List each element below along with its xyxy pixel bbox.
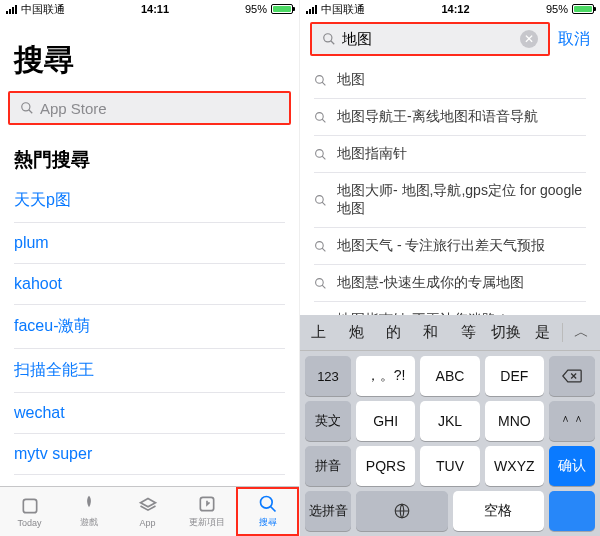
svg-point-16	[316, 241, 324, 249]
key-123[interactable]: 123	[305, 356, 351, 396]
battery-icon	[271, 4, 293, 14]
key-confirm[interactable]: 确认	[549, 446, 595, 486]
clock: 14:11	[65, 3, 245, 15]
svg-line-11	[322, 119, 325, 122]
suggestion-text: 地图慧-快速生成你的专属地图	[337, 274, 524, 292]
svg-point-14	[316, 195, 324, 203]
svg-line-19	[322, 285, 325, 288]
layers-icon	[138, 496, 158, 516]
search-icon	[314, 240, 327, 253]
suggestion-text: 地图大师- 地图,导航,gps定位 for google地图	[337, 182, 586, 218]
key-wxyz[interactable]: WXYZ	[485, 446, 544, 486]
suggestion-item[interactable]: 地图大师- 地图,导航,gps定位 for google地图	[314, 173, 586, 228]
candidate[interactable]: 切换	[487, 323, 524, 342]
key-space[interactable]: 空格	[453, 491, 545, 531]
key-tuv[interactable]: TUV	[420, 446, 479, 486]
search-icon	[322, 32, 336, 46]
svg-point-18	[316, 278, 324, 286]
screen-search-home: 中国联通 14:11 95% 搜尋 App Store 熱門搜尋 天天p图 pl…	[0, 0, 300, 536]
trending-item[interactable]: faceu-激萌	[14, 305, 285, 349]
tab-bar: Today 遊戲 App 更新項目 搜尋	[0, 486, 299, 536]
clear-icon[interactable]: ✕	[520, 30, 538, 48]
tab-games[interactable]: 遊戲	[59, 487, 118, 536]
key-english[interactable]: 英文	[305, 401, 351, 441]
key-pqrs[interactable]: PQRS	[356, 446, 415, 486]
svg-point-10	[316, 112, 324, 120]
status-bar: 中国联通 14:12 95%	[300, 0, 600, 18]
key-globe[interactable]	[356, 491, 448, 531]
svg-line-15	[322, 202, 325, 205]
trending-item[interactable]: wechat	[14, 393, 285, 434]
signal-icon	[306, 5, 317, 14]
screen-search-active: 中国联通 14:12 95% 地图 ✕ 取消 地图 地图导航王-离线地图和语音导…	[300, 0, 600, 536]
svg-rect-2	[23, 499, 36, 512]
candidate-bar: 上 炮 的 和 等 切换 是 ︿	[300, 315, 600, 351]
status-bar: 中国联通 14:11 95%	[0, 0, 299, 18]
keyboard: 上 炮 的 和 等 切换 是 ︿ 123 ，。?! ABC DEF 英文 GHI…	[300, 315, 600, 536]
svg-point-4	[260, 497, 272, 509]
search-field[interactable]: App Store	[8, 91, 291, 125]
key-punct[interactable]: ，。?!	[356, 356, 415, 396]
rocket-icon	[79, 494, 99, 514]
svg-point-12	[316, 149, 324, 157]
trending-item[interactable]: 扫描全能王	[14, 349, 285, 393]
search-icon	[258, 494, 278, 514]
tab-label: 更新項目	[189, 516, 225, 529]
cancel-button[interactable]: 取消	[558, 29, 590, 50]
key-pinyin[interactable]: 拼音	[305, 446, 351, 486]
trending-item[interactable]: mytv super	[14, 434, 285, 475]
search-value: 地图	[342, 30, 514, 49]
search-icon	[314, 111, 327, 124]
search-icon	[314, 277, 327, 290]
candidate[interactable]: 是	[524, 323, 561, 342]
key-mno[interactable]: MNO	[485, 401, 544, 441]
key-abc[interactable]: ABC	[420, 356, 479, 396]
suggestion-item[interactable]: 地图慧-快速生成你的专属地图	[314, 265, 586, 302]
trending-header: 熱門搜尋	[0, 125, 299, 179]
key-select-pinyin[interactable]: 选拼音	[305, 491, 351, 531]
candidate[interactable]: 等	[450, 323, 487, 342]
suggestion-item[interactable]: 地图天气 - 专注旅行出差天气预报	[314, 228, 586, 265]
candidate[interactable]: 的	[375, 323, 412, 342]
candidate[interactable]: 和	[412, 323, 449, 342]
search-field[interactable]: 地图 ✕	[310, 22, 550, 56]
svg-line-17	[322, 248, 325, 251]
trending-item[interactable]: kahoot	[14, 264, 285, 305]
candidate-toggle[interactable]: ︿	[562, 323, 600, 342]
carrier-label: 中国联通	[321, 2, 365, 17]
key-def[interactable]: DEF	[485, 356, 544, 396]
key-jkl[interactable]: JKL	[420, 401, 479, 441]
key-caret[interactable]: ＾＾	[549, 401, 595, 441]
tab-apps[interactable]: App	[118, 487, 177, 536]
svg-point-8	[316, 75, 324, 83]
candidate[interactable]: 炮	[337, 323, 374, 342]
candidate[interactable]: 上	[300, 323, 337, 342]
trending-item[interactable]: plum	[14, 223, 285, 264]
search-icon	[314, 194, 327, 207]
search-placeholder: App Store	[40, 100, 279, 117]
tab-label: 搜尋	[259, 516, 277, 529]
tab-label: 遊戲	[80, 516, 98, 529]
key-ghi[interactable]: GHI	[356, 401, 415, 441]
tab-today[interactable]: Today	[0, 487, 59, 536]
svg-line-9	[322, 82, 325, 85]
search-icon	[20, 101, 34, 115]
suggestion-item[interactable]: 地图指南针	[314, 136, 586, 173]
key-confirm-2[interactable]	[549, 491, 595, 531]
updates-icon	[197, 494, 217, 514]
battery-percent: 95%	[245, 3, 267, 15]
suggestion-text: 地图	[337, 71, 365, 89]
search-icon	[314, 74, 327, 87]
suggestion-item[interactable]: 地图	[314, 62, 586, 99]
trending-list: 天天p图 plum kahoot faceu-激萌 扫描全能王 wechat m…	[0, 179, 299, 475]
key-backspace[interactable]	[549, 356, 595, 396]
trending-item[interactable]: 天天p图	[14, 179, 285, 223]
suggestion-item[interactable]: 地图导航王-离线地图和语音导航	[314, 99, 586, 136]
tab-updates[interactable]: 更新項目	[177, 487, 236, 536]
suggestion-text: 地图导航王-离线地图和语音导航	[337, 108, 538, 126]
suggestion-text: 地图指南针	[337, 145, 407, 163]
svg-line-1	[29, 110, 33, 114]
tab-search[interactable]: 搜尋	[236, 487, 299, 536]
today-icon	[20, 496, 40, 516]
search-icon	[314, 148, 327, 161]
